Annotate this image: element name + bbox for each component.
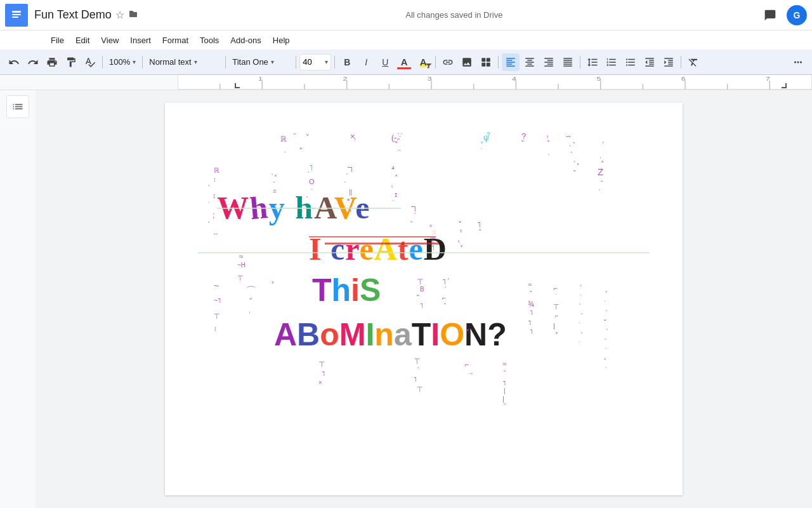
menu-edit[interactable]: Edit: [70, 34, 95, 47]
svg-rect-1: [12, 11, 21, 13]
line-spacing-button[interactable]: [584, 53, 601, 71]
align-left-button[interactable]: [502, 53, 520, 71]
bulleted-list-button[interactable]: [622, 53, 639, 71]
style-arrow: ▾: [194, 58, 197, 65]
svg-text:5: 5: [596, 76, 601, 82]
left-panel: [0, 90, 36, 508]
menu-tools[interactable]: Tools: [195, 34, 224, 47]
zoom-value: 100%: [109, 57, 130, 67]
outline-button[interactable]: [6, 95, 29, 118]
text-line-2: I creAteD: [309, 233, 447, 265]
comment-button[interactable]: [759, 4, 782, 27]
horizontal-guide-line: [198, 252, 650, 253]
text-line-4: ABoMInaTION?: [274, 319, 507, 351]
document-title[interactable]: Fun Text Demo: [34, 8, 112, 22]
align-right-button[interactable]: [540, 53, 558, 71]
fun-text-area[interactable]: Why hAVe I creAteD ThiS ABoMInaTION?: [211, 128, 637, 446]
menu-addons[interactable]: Add-ons: [225, 34, 266, 47]
font-value: Titan One: [232, 57, 268, 67]
document-title-area: Fun Text Demo ☆: [34, 8, 138, 22]
menu-help[interactable]: Help: [268, 34, 295, 47]
zoom-arrow: ▾: [133, 58, 136, 65]
svg-text:1: 1: [258, 76, 263, 82]
clear-formatting-button[interactable]: [684, 53, 702, 71]
svg-rect-3: [12, 17, 18, 18]
font-size-value: 40: [303, 57, 311, 67]
toolbar-divider-6: [435, 56, 436, 69]
svg-text:7: 7: [766, 76, 770, 82]
toolbar-divider-4: [296, 56, 296, 69]
indent-less-button[interactable]: [641, 53, 658, 71]
font-size-arrow: ▾: [325, 58, 328, 65]
strikethrough-3: [217, 208, 401, 209]
spell-check-button[interactable]: [81, 53, 99, 71]
print-button[interactable]: [43, 53, 61, 71]
ruler: 1 2 3 4 5 6 7: [0, 75, 812, 90]
svg-rect-4: [482, 58, 486, 62]
menu-file[interactable]: File: [46, 34, 69, 47]
highlight-button[interactable]: A: [414, 53, 432, 71]
svg-text:4: 4: [512, 76, 516, 82]
svg-rect-5: [487, 58, 490, 62]
document-page[interactable]: Why hAVe I creAteD ThiS ABoMInaTION?: [165, 103, 683, 495]
align-center-button[interactable]: [521, 53, 539, 71]
toolbar-divider-2: [142, 56, 143, 69]
paint-format-button[interactable]: [62, 53, 80, 71]
text-line-3: ThiS: [312, 274, 381, 306]
bold-button[interactable]: B: [338, 53, 356, 71]
svg-rect-7: [487, 62, 490, 66]
style-selector[interactable]: Normal text ▾: [146, 54, 222, 70]
style-value: Normal text: [149, 57, 191, 67]
save-status: All changes saved in Drive: [150, 10, 759, 20]
link-button[interactable]: [439, 53, 457, 71]
strikethrough-1: [309, 236, 436, 237]
svg-text:2: 2: [343, 76, 347, 82]
align-justify-button[interactable]: [559, 53, 577, 71]
menu-insert[interactable]: Insert: [125, 34, 156, 47]
underline-button[interactable]: U: [376, 53, 394, 71]
font-arrow: ▾: [271, 58, 274, 65]
folder-icon[interactable]: [128, 9, 138, 21]
strikethrough-2: [325, 243, 439, 244]
drawing-button[interactable]: [477, 53, 495, 71]
more-options-button[interactable]: [789, 53, 807, 71]
toolbar-divider-5: [334, 56, 335, 69]
toolbar-divider-3: [225, 56, 226, 69]
undo-button[interactable]: [5, 53, 23, 71]
font-color-button[interactable]: A: [395, 53, 413, 71]
svg-rect-2: [12, 14, 21, 15]
toolbar-divider-7: [498, 56, 499, 69]
main-area: Why hAVe I creAteD ThiS ABoMInaTION?: [0, 90, 812, 508]
svg-text:6: 6: [681, 76, 686, 82]
star-icon[interactable]: ☆: [115, 9, 124, 21]
menu-view[interactable]: View: [96, 34, 124, 47]
italic-button[interactable]: I: [357, 53, 375, 71]
user-avatar[interactable]: G: [787, 5, 807, 25]
toolbar-divider-8: [580, 56, 580, 69]
menu-format[interactable]: Format: [157, 34, 193, 47]
zoom-selector[interactable]: 100% ▾: [106, 54, 139, 70]
top-right-icons: G: [759, 4, 807, 27]
svg-rect-6: [482, 62, 486, 66]
svg-text:3: 3: [428, 76, 432, 82]
toolbar: 100% ▾ Normal text ▾ Titan One ▾ 40 ▾ B …: [0, 50, 812, 75]
indent-more-button[interactable]: [660, 53, 678, 71]
font-selector[interactable]: Titan One ▾: [229, 54, 292, 70]
font-size-selector[interactable]: 40 ▾: [299, 54, 331, 70]
font-color-label: A: [401, 57, 408, 67]
toolbar-divider-9: [681, 56, 681, 69]
document-canvas-wrapper[interactable]: Why hAVe I creAteD ThiS ABoMInaTION?: [36, 90, 812, 508]
insert-image-button[interactable]: [458, 53, 476, 71]
toolbar-divider-1: [102, 56, 103, 69]
menu-bar: File Edit View Insert Format Tools Add-o…: [0, 30, 812, 50]
font-color-indicator: [397, 67, 411, 69]
redo-button[interactable]: [24, 53, 42, 71]
numbered-list-button[interactable]: [603, 53, 620, 71]
docs-logo: [5, 4, 28, 27]
